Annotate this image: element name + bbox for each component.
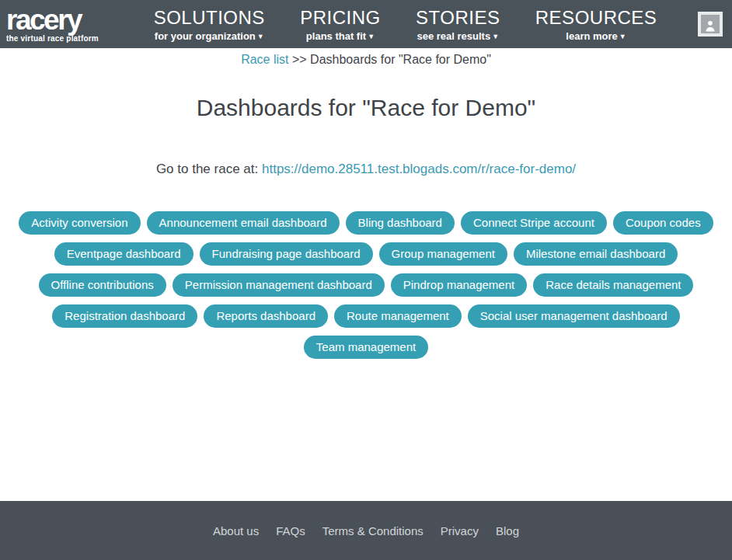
- race-link-line: Go to the race at: https://demo.28511.te…: [156, 162, 576, 177]
- breadcrumb-separator: >>: [292, 53, 307, 66]
- button-row: Team management: [0, 336, 732, 359]
- breadcrumb-current: Dashboards for "Race for Demo": [310, 53, 491, 66]
- button-row: Activity conversion Announcement email d…: [0, 211, 732, 235]
- nav-item-pricing[interactable]: PRICING plans that fit▼: [300, 7, 381, 42]
- permission-management-dashboard-button[interactable]: Permission management dashboard: [173, 273, 385, 297]
- race-details-management-button[interactable]: Race details management: [533, 273, 693, 297]
- pindrop-management-button[interactable]: Pindrop management: [391, 273, 527, 297]
- milestone-email-dashboard-button[interactable]: Milestone email dashboard: [514, 242, 678, 266]
- connect-stripe-account-button[interactable]: Connect Stripe account: [461, 211, 607, 235]
- nav-item-title: RESOURCES: [535, 7, 657, 29]
- footer-link-faqs[interactable]: FAQs: [276, 524, 305, 537]
- bling-dashboard-button[interactable]: Bling dashboard: [346, 211, 455, 235]
- fundraising-page-dashboard-button[interactable]: Fundraising page dashboard: [200, 242, 373, 266]
- dashboard-buttons: Activity conversion Announcement email d…: [0, 211, 732, 367]
- group-management-button[interactable]: Group management: [379, 242, 507, 266]
- social-user-management-dashboard-button[interactable]: Social user management dashboard: [468, 304, 680, 328]
- chevron-down-icon: ▼: [368, 33, 375, 40]
- button-row: Offline contributions Permission managem…: [0, 273, 732, 297]
- logo-tagline: the virtual race platform: [6, 35, 128, 43]
- coupon-codes-button[interactable]: Coupon codes: [613, 211, 713, 235]
- nav-item-subtitle: see real results▼: [416, 30, 500, 42]
- logo-wordmark: racery: [6, 5, 128, 34]
- main-menu: SOLUTIONS for your organization▼ PRICING…: [128, 7, 698, 42]
- reports-dashboard-button[interactable]: Reports dashboard: [204, 304, 328, 328]
- nav-item-solutions[interactable]: SOLUTIONS for your organization▼: [154, 7, 265, 42]
- team-management-button[interactable]: Team management: [304, 336, 428, 359]
- nav-item-resources[interactable]: RESOURCES learn more▼: [535, 7, 657, 42]
- button-row: Eventpage dashboard Fundraising page das…: [0, 242, 732, 266]
- main-content: Race list >> Dashboards for "Race for De…: [0, 48, 732, 501]
- route-management-button[interactable]: Route management: [334, 304, 462, 328]
- footer-link-about-us[interactable]: About us: [213, 524, 259, 537]
- eventpage-dashboard-button[interactable]: Eventpage dashboard: [54, 242, 193, 266]
- activity-conversion-button[interactable]: Activity conversion: [19, 211, 140, 235]
- registration-dashboard-button[interactable]: Registration dashboard: [52, 304, 197, 328]
- racery-logo[interactable]: racery the virtual race platform: [0, 5, 128, 43]
- breadcrumb-race-list-link[interactable]: Race list: [241, 53, 288, 66]
- user-icon: [701, 15, 720, 33]
- announcement-email-dashboard-button[interactable]: Announcement email dashboard: [147, 211, 340, 235]
- breadcrumb: Race list >> Dashboards for "Race for De…: [241, 53, 491, 67]
- nav-item-subtitle: learn more▼: [535, 30, 657, 42]
- nav-item-title: PRICING: [300, 7, 381, 29]
- account-avatar-icon[interactable]: [698, 12, 723, 37]
- footer-link-privacy[interactable]: Privacy: [441, 524, 479, 537]
- nav-item-subtitle: for your organization▼: [154, 30, 265, 42]
- nav-item-title: SOLUTIONS: [154, 7, 265, 29]
- nav-item-title: STORIES: [416, 7, 500, 29]
- footer-link-blog[interactable]: Blog: [496, 524, 519, 537]
- button-row: Registration dashboard Reports dashboard…: [0, 304, 732, 328]
- nav-item-stories[interactable]: STORIES see real results▼: [416, 7, 500, 42]
- chevron-down-icon: ▼: [619, 33, 626, 40]
- top-navigation-bar: racery the virtual race platform SOLUTIO…: [0, 0, 732, 48]
- page-title: Dashboards for "Race for Demo": [197, 95, 535, 121]
- race-url-link[interactable]: https://demo.28511.test.blogads.com/r/ra…: [262, 162, 576, 176]
- offline-contributions-button[interactable]: Offline contributions: [39, 273, 166, 297]
- nav-item-subtitle: plans that fit▼: [300, 30, 381, 42]
- footer-link-terms-conditions[interactable]: Terms & Conditions: [322, 524, 424, 537]
- page-footer: About us FAQs Terms & Conditions Privacy…: [0, 501, 732, 560]
- race-link-prefix: Go to the race at:: [156, 162, 258, 176]
- chevron-down-icon: ▼: [257, 33, 264, 40]
- chevron-down-icon: ▼: [492, 33, 499, 40]
